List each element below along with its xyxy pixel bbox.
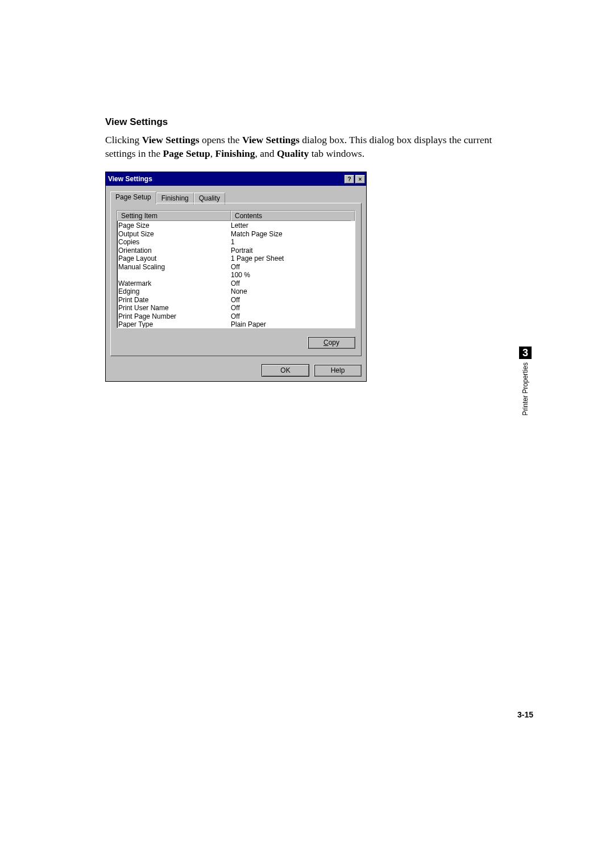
para-bold-1: View Settings	[142, 134, 200, 145]
list-rows: Page Size Output Size Copies Orientation…	[117, 221, 355, 328]
para-text: opens the	[200, 134, 242, 145]
tab-page-setup[interactable]: Page Setup	[110, 191, 156, 203]
settings-list[interactable]: Setting Item Contents Page Size Output S…	[117, 210, 355, 328]
copy-button[interactable]: Copy	[308, 336, 355, 349]
header-contents[interactable]: Contents	[231, 211, 355, 221]
side-tab: 3 Printer Properties	[519, 347, 532, 415]
column-contents: Letter Match Page Size 1 Portrait 1 Page…	[231, 222, 355, 328]
page-number: 3-15	[517, 710, 533, 719]
para-text: tab windows.	[309, 148, 364, 159]
column-setting-item: Page Size Output Size Copies Orientation…	[118, 222, 231, 328]
tabs-row: Page Setup Finishing Quality	[110, 191, 362, 203]
help-icon[interactable]: ?	[345, 175, 354, 183]
tab-panel: Setting Item Contents Page Size Output S…	[110, 203, 362, 356]
scrollbar-stub[interactable]	[351, 211, 354, 221]
view-settings-dialog: View Settings ? × Page Setup Finishing Q…	[105, 172, 367, 382]
para-bold-3: Page Setup	[163, 148, 210, 159]
para-text: Clicking	[105, 134, 142, 145]
copy-accel: C	[323, 339, 329, 347]
list-header: Setting Item Contents	[117, 211, 355, 221]
ok-button[interactable]: OK	[262, 364, 309, 377]
section-heading: View Settings	[105, 116, 515, 128]
titlebar[interactable]: View Settings ? ×	[106, 172, 366, 186]
dialog-title: View Settings	[108, 175, 343, 183]
para-bold-5: Quality	[277, 148, 309, 159]
close-icon[interactable]: ×	[355, 175, 365, 183]
dialog-buttons: OK Help	[106, 360, 366, 381]
copy-rest: opy	[329, 339, 339, 347]
para-text: , and	[255, 148, 277, 159]
help-button[interactable]: Help	[314, 364, 362, 377]
chapter-label: Printer Properties	[521, 362, 529, 415]
header-setting-item[interactable]: Setting Item	[117, 211, 231, 221]
chapter-number-badge: 3	[519, 347, 532, 359]
body-paragraph: Clicking View Settings opens the View Se…	[105, 133, 515, 160]
para-bold-2: View Settings	[242, 134, 300, 145]
para-bold-4: Finishing	[215, 148, 255, 159]
